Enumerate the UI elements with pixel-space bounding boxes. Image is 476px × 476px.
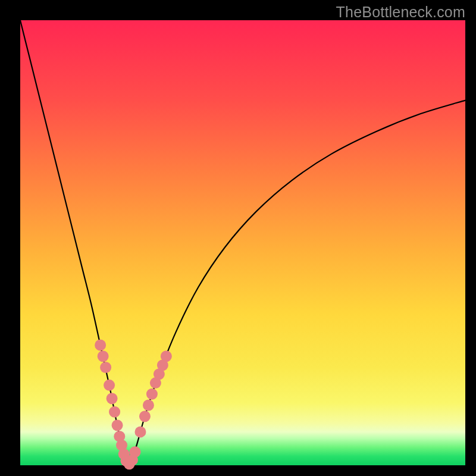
data-point <box>139 411 151 422</box>
data-point <box>112 419 123 431</box>
data-point <box>109 406 120 418</box>
data-point <box>146 389 158 400</box>
data-point <box>107 393 118 404</box>
data-point <box>134 426 146 437</box>
data-point <box>161 350 172 362</box>
chart-svg <box>20 20 465 465</box>
data-point <box>129 446 140 458</box>
data-point <box>98 350 109 362</box>
watermark-text: TheBottleneck.com <box>336 4 465 21</box>
plot-area <box>20 20 465 465</box>
data-point <box>104 380 115 391</box>
data-point <box>95 340 106 351</box>
data-points-group <box>95 340 172 470</box>
chart-frame: TheBottleneck.com <box>0 0 476 476</box>
bottleneck-curve <box>20 20 465 466</box>
data-point <box>100 362 111 373</box>
data-point <box>143 400 154 411</box>
